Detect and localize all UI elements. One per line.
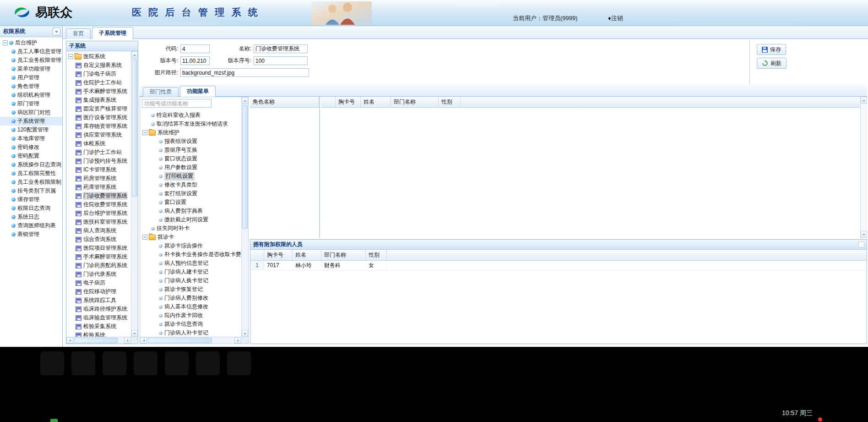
notification-badge[interactable] <box>818 417 822 422</box>
column-header[interactable] <box>321 97 336 107</box>
sidebar-tree-item[interactable]: 密码配置 <box>0 152 62 160</box>
function-tree-item[interactable]: 套打纸张设置 <box>140 189 241 198</box>
function-tree-item[interactable]: 缴款截止时间设置 <box>140 215 241 224</box>
function-tree-item[interactable]: 病人费别字典表 <box>140 207 241 215</box>
subsystem-tree-item[interactable]: 检验系统 <box>66 331 131 337</box>
subsystem-tree-item[interactable]: 医技科室管理系统 <box>66 218 131 226</box>
refresh-button[interactable]: 刷新 <box>757 58 787 69</box>
subsystem-tree-item[interactable]: 病人查询系统 <box>66 226 131 235</box>
subsystem-tree-item[interactable]: IC卡管理系统 <box>66 165 131 174</box>
sidebar-tree-item[interactable]: 密码修改 <box>0 143 62 152</box>
subsystem-tree-item[interactable]: 药库管理系统 <box>66 183 131 192</box>
subsystem-tree-item[interactable]: 后台维护管理系统 <box>66 209 131 218</box>
subsystem-tree-item[interactable]: 检验采集系统 <box>66 322 131 331</box>
column-header[interactable]: 部门名称 <box>391 97 439 107</box>
function-tree-item[interactable]: 门诊病人换卡登记 <box>140 276 241 285</box>
sidebar-tree-item[interactable]: 子系统管理 <box>0 117 62 126</box>
subsystem-tree-item[interactable]: 医院项目管理系统 <box>66 244 131 252</box>
column-header[interactable]: 部门名称 <box>321 250 366 260</box>
collapse-expander-icon[interactable] <box>3 40 8 45</box>
name-input[interactable] <box>254 44 308 53</box>
subsystem-tree-item[interactable]: 临床路径维护系统 <box>66 305 131 313</box>
subsystem-tree-item[interactable]: 电子病历 <box>66 279 131 287</box>
scroll-up-button[interactable] <box>131 51 138 58</box>
taskbar-app-icon[interactable] <box>71 351 95 375</box>
column-header[interactable]: 角色名称 <box>250 97 319 107</box>
function-tree-item[interactable]: 修改卡具类型 <box>140 181 241 189</box>
taskbar-app-icon[interactable] <box>103 351 126 375</box>
detail-tab[interactable]: 功能菜单 <box>180 86 216 97</box>
subsystem-tree-item[interactable]: 系统跟踪工具 <box>66 296 131 305</box>
scroll-left-button[interactable] <box>66 337 73 344</box>
sidebar-collapse-button[interactable]: « <box>53 27 60 35</box>
sidebar-tree-item[interactable]: 表锁管理 <box>0 230 62 239</box>
sidebar-tree-item[interactable]: 系统操作日志查询 <box>0 160 62 169</box>
version-input[interactable] <box>180 56 210 65</box>
collapse-expander-icon[interactable] <box>142 235 147 240</box>
horizontal-scrollbar[interactable] <box>140 337 241 344</box>
sidebar-tree-item[interactable]: 系统日志 <box>0 213 62 221</box>
subsystem-root-node[interactable]: 医院系统 <box>66 52 131 61</box>
function-tree-item[interactable]: 门诊病人补卡登记 <box>140 329 241 337</box>
vertical-scrollbar[interactable] <box>860 97 867 238</box>
sidebar-tree-item[interactable]: 用户管理 <box>0 73 62 82</box>
sidebar-root-node[interactable]: 后台维护 <box>0 38 62 47</box>
subsystem-tree-item[interactable]: 库存物资管理系统 <box>66 122 131 131</box>
subsystem-tree-item[interactable]: 住院收费管理系统 <box>66 200 131 209</box>
subsystem-tree-item[interactable]: 体检系统 <box>66 139 131 148</box>
subsystem-tree-item[interactable]: 门诊代录系统 <box>66 270 131 279</box>
scroll-down-button[interactable] <box>131 330 138 337</box>
taskbar-app-icon[interactable] <box>165 351 189 375</box>
subsystem-tree-item[interactable]: 临床输血管理系统 <box>66 313 131 322</box>
function-tree-item[interactable]: 窗口设置 <box>140 198 241 207</box>
function-tree-item[interactable]: 就诊卡综合操作 <box>140 241 241 250</box>
vertical-scrollbar[interactable] <box>131 51 138 337</box>
main-tab[interactable]: 子系统管理 <box>92 27 133 39</box>
taskbar-app-icon[interactable] <box>40 351 64 375</box>
function-tree-item[interactable]: 就诊卡恢复登记 <box>140 285 241 294</box>
subsystem-tree-item[interactable]: 门诊收费管理系统 <box>66 192 131 200</box>
detail-tab[interactable]: 部门性质 <box>143 87 179 97</box>
sidebar-tree-item[interactable]: 本地库管理 <box>0 134 62 143</box>
subsystem-tree-item[interactable]: 手术麻醉管理系统 <box>66 87 131 96</box>
sidebar-tree-item[interactable]: 部门管理 <box>0 99 62 108</box>
subsystem-tree-item[interactable]: 自定义报表系统 <box>66 61 131 70</box>
function-tree-item[interactable]: 窗口状态设置 <box>140 154 241 163</box>
column-header[interactable]: 姓名 <box>293 250 321 260</box>
column-header[interactable]: 姓名 <box>361 97 391 107</box>
scroll-down-button[interactable] <box>242 330 248 337</box>
horizontal-scrollbar[interactable] <box>66 337 131 344</box>
scrollbar-thumb[interactable] <box>148 338 212 343</box>
sidebar-tree-item[interactable]: 菜单功能管理 <box>0 65 62 73</box>
subsystem-tree-item[interactable]: 供应室管理系统 <box>66 131 131 139</box>
sidebar-tree-item[interactable]: 员工业务权限管理 <box>0 56 62 65</box>
scroll-up-button[interactable] <box>861 97 867 104</box>
sidebar-tree-item[interactable]: 员工业务权限限制 <box>0 178 62 186</box>
subsystem-tree-item[interactable]: 综合查询系统 <box>66 235 131 244</box>
scroll-left-button[interactable] <box>140 337 147 344</box>
function-tree-item[interactable]: 报表纸张设置 <box>140 137 241 146</box>
function-tree-item[interactable]: 就诊卡 <box>140 233 241 241</box>
scrollbar-thumb[interactable] <box>242 105 248 229</box>
function-tree-item[interactable]: 特定科室收入报表 <box>140 111 241 120</box>
scroll-down-button[interactable] <box>861 231 867 238</box>
sidebar-tree-item[interactable]: 120配置管理 <box>0 126 62 134</box>
column-header[interactable]: 性别 <box>439 97 461 107</box>
function-tree-item[interactable]: 补卡换卡业务操作是否收取卡费 <box>140 250 241 259</box>
sidebar-tree-item[interactable]: 员工权限完整性 <box>0 169 62 178</box>
function-search-input[interactable] <box>142 99 212 108</box>
save-button[interactable]: 保存 <box>757 44 786 55</box>
subsystem-tree-item[interactable]: 门诊预约挂号系统 <box>66 157 131 165</box>
function-tree-item[interactable]: 系统维护 <box>140 128 241 137</box>
scroll-up-button[interactable] <box>242 97 248 104</box>
sidebar-tree-item[interactable]: 权限日志查询 <box>0 204 62 213</box>
taskbar-app-icon[interactable] <box>227 351 251 375</box>
scroll-right-button[interactable] <box>124 337 131 344</box>
sidebar-tree-item[interactable]: 角色管理 <box>0 82 62 91</box>
scrollbar-thumb[interactable] <box>74 338 118 343</box>
column-header[interactable] <box>250 250 264 260</box>
subsystem-tree-item[interactable]: 手术麻醉管理系统 <box>66 252 131 261</box>
sidebar-tree-item[interactable]: 挂号类别下所属 <box>0 186 62 195</box>
function-tree-item[interactable]: 就诊卡信息查询 <box>140 320 241 329</box>
subsystem-tree-item[interactable]: 住院护士工作站 <box>66 78 131 87</box>
